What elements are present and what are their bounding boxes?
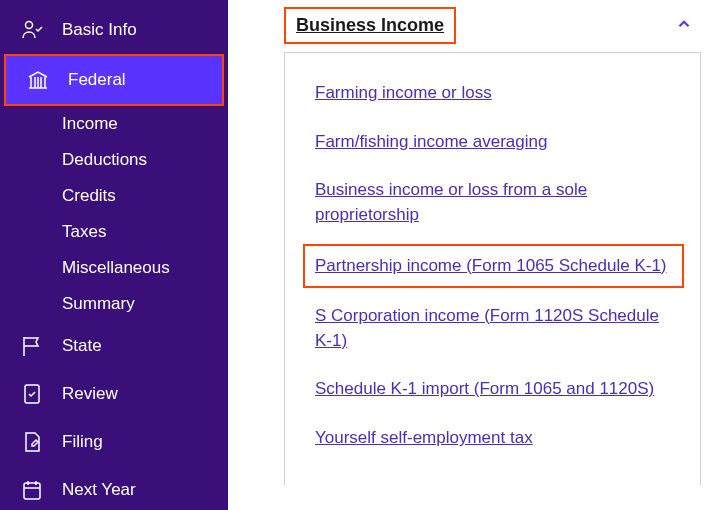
sidebar-item-label: Federal — [68, 70, 126, 90]
flag-icon — [20, 334, 44, 358]
accordion-header: Business Income — [284, 2, 701, 52]
sidebar-item-basic-info[interactable]: Basic Info — [0, 6, 228, 54]
link-self-employment-tax[interactable]: Yourself self-employment tax — [315, 426, 672, 451]
sidebar-subitem-miscellaneous[interactable]: Miscellaneous — [0, 250, 228, 286]
sidebar-item-state[interactable]: State — [0, 322, 228, 370]
government-building-icon — [26, 68, 50, 92]
sidebar-item-label: Next Year — [62, 480, 136, 500]
sidebar-item-label: Basic Info — [62, 20, 137, 40]
sidebar-item-next-year[interactable]: Next Year — [0, 466, 228, 510]
sidebar-subitem-taxes[interactable]: Taxes — [0, 214, 228, 250]
sidebar-subitem-label: Summary — [62, 294, 135, 313]
sidebar-item-federal[interactable]: Federal — [4, 54, 224, 106]
clipboard-check-icon — [20, 382, 44, 406]
link-farm-fishing-averaging[interactable]: Farm/fishing income averaging — [315, 130, 672, 155]
sidebar: Basic Info Federal Income Deductions Cre… — [0, 0, 228, 510]
accordion-title[interactable]: Business Income — [296, 15, 444, 35]
link-s-corporation[interactable]: S Corporation income (Form 1120S Schedul… — [315, 304, 672, 353]
main-content: Business Income Farming income or loss F… — [228, 0, 713, 510]
sidebar-subitem-label: Deductions — [62, 150, 147, 169]
accordion-title-highlight: Business Income — [284, 7, 456, 44]
sidebar-item-label: Review — [62, 384, 118, 404]
sidebar-subitem-label: Miscellaneous — [62, 258, 170, 277]
sidebar-item-filing[interactable]: Filing — [0, 418, 228, 466]
accordion-body: Farming income or loss Farm/fishing inco… — [284, 52, 701, 485]
svg-rect-2 — [24, 483, 40, 499]
link-farming-income[interactable]: Farming income or loss — [315, 81, 672, 106]
sidebar-item-label: Filing — [62, 432, 103, 452]
document-pen-icon — [20, 430, 44, 454]
link-sole-proprietorship[interactable]: Business income or loss from a sole prop… — [315, 178, 672, 227]
chevron-up-icon[interactable] — [675, 15, 693, 37]
sidebar-subitem-deductions[interactable]: Deductions — [0, 142, 228, 178]
sidebar-subitem-summary[interactable]: Summary — [0, 286, 228, 322]
sidebar-subitem-label: Taxes — [62, 222, 106, 241]
calendar-icon — [20, 478, 44, 502]
sidebar-subitem-income[interactable]: Income — [0, 106, 228, 142]
link-schedule-k1-import[interactable]: Schedule K-1 import (Form 1065 and 1120S… — [315, 377, 672, 402]
sidebar-subitem-label: Credits — [62, 186, 116, 205]
sidebar-item-review[interactable]: Review — [0, 370, 228, 418]
sidebar-item-label: State — [62, 336, 102, 356]
person-check-icon — [20, 18, 44, 42]
sidebar-subitem-credits[interactable]: Credits — [0, 178, 228, 214]
link-partnership-income[interactable]: Partnership income (Form 1065 Schedule K… — [303, 244, 684, 289]
svg-point-0 — [26, 22, 33, 29]
sidebar-subitem-label: Income — [62, 114, 118, 133]
